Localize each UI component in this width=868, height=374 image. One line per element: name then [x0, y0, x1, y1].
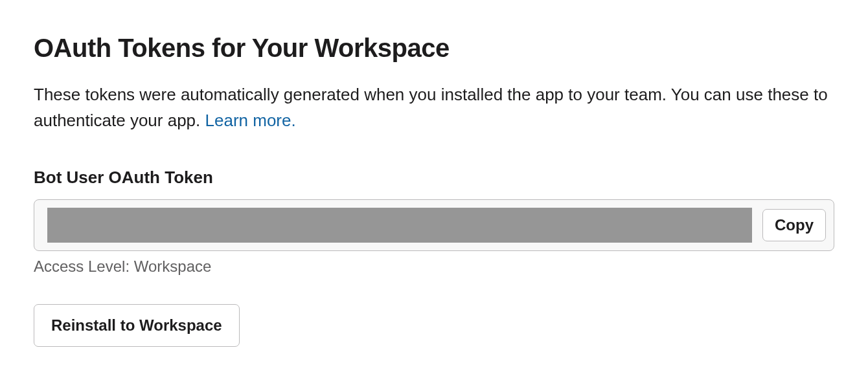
tokens-description: These tokens were automatically generate… — [34, 82, 834, 134]
reinstall-to-workspace-button[interactable]: Reinstall to Workspace — [34, 304, 240, 347]
bot-token-redacted — [47, 208, 752, 243]
bot-token-label: Bot User OAuth Token — [34, 168, 834, 188]
description-text: These tokens were automatically generate… — [34, 85, 828, 130]
copy-button[interactable]: Copy — [762, 209, 826, 241]
learn-more-link[interactable]: Learn more. — [205, 111, 296, 130]
access-level-text: Access Level: Workspace — [34, 258, 834, 276]
page-title: OAuth Tokens for Your Workspace — [34, 32, 834, 63]
bot-token-row: Copy — [34, 199, 834, 251]
